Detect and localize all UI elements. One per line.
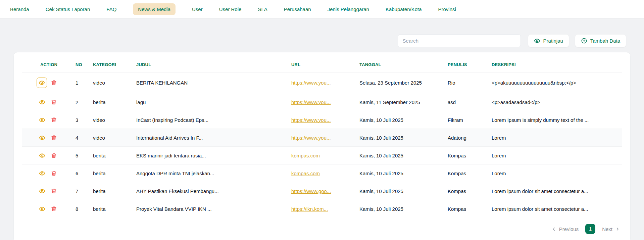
- previous-page-button[interactable]: Previous: [551, 226, 579, 232]
- url-cell: kompas.com: [291, 147, 359, 164]
- no-cell: 8: [76, 200, 93, 218]
- tambah-data-label: Tambah Data: [590, 38, 620, 44]
- url-link[interactable]: https://www.you...: [291, 80, 331, 86]
- url-cell: https://www.goo...: [291, 182, 359, 200]
- header-tanggal: TANGGAL: [359, 57, 448, 73]
- view-row-button[interactable]: [38, 152, 46, 159]
- action-cell: [22, 182, 76, 200]
- url-link[interactable]: kompas.com: [291, 153, 320, 158]
- nav-item-provinsi[interactable]: Provinsi: [438, 3, 456, 15]
- delete-row-button[interactable]: [50, 152, 57, 159]
- view-row-button[interactable]: [38, 134, 46, 141]
- trash-icon: [51, 170, 57, 177]
- tambah-data-button[interactable]: Tambah Data: [575, 34, 626, 47]
- delete-row-button[interactable]: [50, 170, 57, 177]
- nav-item-kabupaten-kota[interactable]: Kabupaten/Kota: [386, 3, 422, 15]
- tanggal-cell: Kamis, 10 Juli 2025: [359, 200, 448, 218]
- table-row: 5 berita EKS marinir jadi tentara rusia.…: [22, 147, 622, 164]
- plus-circle-icon: [581, 38, 587, 44]
- view-row-button[interactable]: [38, 116, 46, 124]
- action-cell: [22, 111, 76, 129]
- url-cell: https://www.you...: [291, 111, 359, 129]
- view-row-button[interactable]: [37, 78, 47, 88]
- news-media-table-card: ACTION NO KATEGORI JUDUL URL TANGGAL PEN…: [13, 52, 631, 240]
- deskripsi-cell: Lorem: [492, 147, 622, 164]
- kategori-cell: berita: [93, 147, 136, 164]
- action-cell: [22, 164, 76, 182]
- eye-icon: [39, 99, 45, 105]
- no-cell: 2: [76, 93, 93, 111]
- delete-row-button[interactable]: [50, 79, 57, 87]
- eye-icon: [39, 170, 45, 177]
- view-row-button[interactable]: [38, 187, 46, 195]
- kategori-cell: video: [93, 111, 136, 129]
- toolbar: Pratinjau Tambah Data: [13, 34, 626, 47]
- url-cell: https://www.you...: [291, 129, 359, 147]
- trash-icon: [51, 80, 57, 86]
- trash-icon: [51, 99, 57, 105]
- header-no: NO: [76, 57, 93, 73]
- url-link[interactable]: https://ikn.kom...: [291, 206, 328, 212]
- table-header-row: ACTION NO KATEGORI JUDUL URL TANGGAL PEN…: [22, 57, 622, 73]
- table-row: 8 berita Proyek Vital Bandara VVIP IKN .…: [22, 200, 622, 218]
- nav-item-perusahaan[interactable]: Perusahaan: [284, 3, 311, 15]
- view-row-button[interactable]: [38, 205, 46, 212]
- kategori-cell: berita: [93, 200, 136, 218]
- judul-cell: EKS marinir jadi tentara rusia...: [136, 147, 291, 164]
- header-deskripsi: DESKRIPSI: [492, 57, 622, 73]
- search-input[interactable]: [398, 34, 521, 47]
- url-link[interactable]: https://www.you...: [291, 99, 331, 105]
- judul-cell: InCast (Inspiring Podcast) Eps...: [136, 111, 291, 129]
- url-link[interactable]: https://www.you...: [291, 117, 331, 123]
- pratinjau-button[interactable]: Pratinjau: [528, 34, 569, 47]
- action-cell: [22, 73, 76, 93]
- delete-row-button[interactable]: [50, 98, 57, 106]
- delete-row-button[interactable]: [50, 205, 57, 212]
- trash-icon: [51, 152, 57, 159]
- kategori-cell: berita: [93, 182, 136, 200]
- nav-item-jenis-pelanggaran[interactable]: Jenis Pelanggaran: [328, 3, 369, 15]
- judul-cell: International Aid Arrives In F...: [136, 129, 291, 147]
- pratinjau-label: Pratinjau: [543, 38, 563, 44]
- tanggal-cell: Kamis, 10 Juli 2025: [359, 164, 448, 182]
- deskripsi-cell: Lorem ipsum dolor sit amet consectetur a…: [492, 200, 622, 218]
- eye-icon: [39, 135, 45, 141]
- url-cell: kompas.com: [291, 164, 359, 182]
- view-row-button[interactable]: [38, 98, 46, 106]
- trash-icon: [51, 188, 57, 194]
- header-judul: JUDUL: [136, 57, 291, 73]
- nav-item-beranda[interactable]: Beranda: [10, 3, 29, 15]
- penulis-cell: Rio: [448, 73, 492, 93]
- nav-item-user[interactable]: User: [192, 3, 203, 15]
- header-action: ACTION: [22, 57, 76, 73]
- no-cell: 7: [76, 182, 93, 200]
- nav-item-sla[interactable]: SLA: [258, 3, 267, 15]
- eye-icon: [39, 80, 45, 86]
- judul-cell: AHY Pastikan Eksekusi Pembangu...: [136, 182, 291, 200]
- no-cell: 5: [76, 147, 93, 164]
- delete-row-button[interactable]: [50, 116, 57, 124]
- nav-item-news-media[interactable]: News & Media: [133, 3, 176, 15]
- trash-icon: [51, 117, 57, 123]
- nav-item-user-role[interactable]: User Role: [219, 3, 242, 15]
- action-cell: [22, 129, 76, 147]
- table-row: 7 berita AHY Pastikan Eksekusi Pembangu.…: [22, 182, 622, 200]
- view-row-button[interactable]: [38, 170, 46, 177]
- nav-item-cek-status-laporan[interactable]: Cek Status Laporan: [46, 3, 90, 15]
- url-link[interactable]: https://www.you...: [291, 135, 331, 141]
- next-page-button[interactable]: Next: [602, 226, 620, 232]
- table-row: 2 berita lagu https://www.you... Kamis, …: [22, 93, 622, 111]
- tanggal-cell: Kamis, 10 Juli 2025: [359, 129, 448, 147]
- nav-item-faq[interactable]: FAQ: [106, 3, 116, 15]
- penulis-cell: Adatong: [448, 129, 492, 147]
- tanggal-cell: Kamis, 10 Juli 2025: [359, 147, 448, 164]
- penulis-cell: Kompas: [448, 147, 492, 164]
- url-link[interactable]: https://www.goo...: [291, 188, 331, 194]
- no-cell: 4: [76, 129, 93, 147]
- delete-row-button[interactable]: [50, 187, 57, 195]
- header-penulis: PENULIS: [448, 57, 492, 73]
- delete-row-button[interactable]: [50, 134, 57, 141]
- url-cell: https://www.you...: [291, 93, 359, 111]
- page-number-button[interactable]: 1: [585, 224, 595, 234]
- url-link[interactable]: kompas.com: [291, 171, 320, 176]
